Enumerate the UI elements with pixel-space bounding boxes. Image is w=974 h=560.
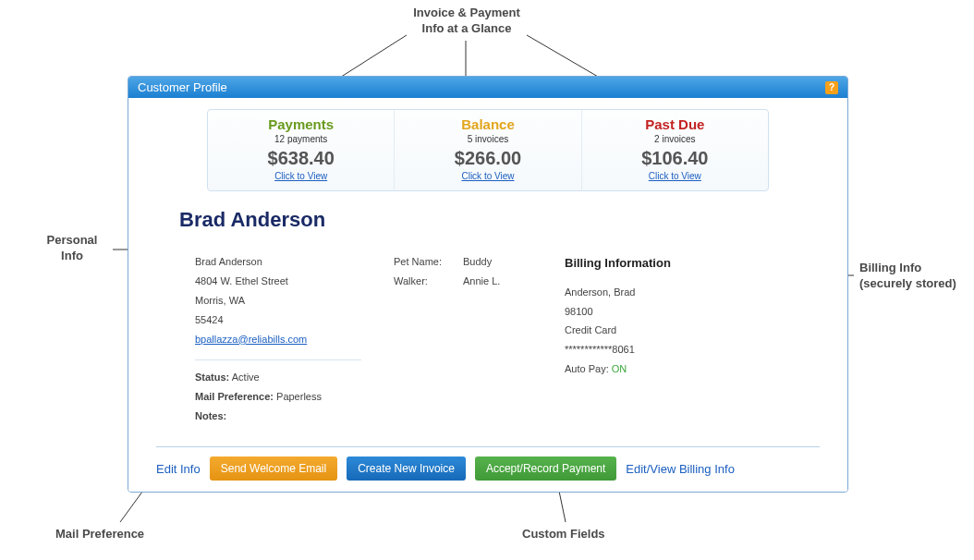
window-titlebar: Customer Profile ? (128, 77, 847, 98)
stat-pastdue: Past Due 2 invoices $106.40 Click to Vie… (582, 110, 768, 190)
annotation-personal-info: Personal Info (35, 233, 109, 264)
billing-heading: Billing Information (565, 252, 801, 275)
status-row: Status: Active (195, 368, 375, 387)
customer-display-name: Brad Anderson (179, 208, 820, 232)
billing-autopay-row: Auto Pay: ON (565, 359, 801, 379)
billing-info-column: Billing Information Anderson, Brad 98100… (565, 252, 820, 426)
stat-pastdue-sub: 2 invoices (591, 134, 759, 144)
billing-method: Credit Card (565, 321, 801, 340)
info-columns: Brad Anderson 4804 W. Ethel Street Morri… (156, 252, 820, 426)
stat-balance-link[interactable]: Click to View (404, 171, 571, 181)
custom-field-walker: Walker:Annie L. (394, 272, 546, 291)
stat-payments-sub: 12 payments (217, 134, 384, 144)
divider (195, 359, 361, 360)
annotation-mail-preference: Mail Preference (55, 527, 185, 542)
stat-balance-sub: 5 invoices (404, 134, 571, 144)
customer-street: 4804 W. Ethel Street (195, 272, 375, 291)
billing-code: 98100 (565, 302, 801, 322)
annotation-invoice-payment: Invoice & Payment Info at a Glance (374, 6, 559, 37)
mail-preference-row: Mail Preference: Paperless (195, 387, 375, 407)
stat-balance: Balance 5 invoices $266.00 Click to View (394, 110, 581, 190)
window-body: Payments 12 payments $638.40 Click to Vi… (128, 98, 847, 492)
stats-panel: Payments 12 payments $638.40 Click to Vi… (207, 109, 769, 191)
custom-fields-column: Pet Name:Buddy Walker:Annie L. (394, 252, 565, 426)
help-icon[interactable]: ? (825, 81, 838, 94)
stat-payments-title: Payments (217, 116, 384, 132)
annotation-billing-info: Billing Info (securely stored) (859, 261, 970, 292)
stat-pastdue-title: Past Due (591, 116, 759, 132)
stat-payments-link[interactable]: Click to View (217, 171, 384, 181)
send-welcome-email-button[interactable]: Send Welcome Email (210, 457, 338, 481)
edit-view-billing-link[interactable]: Edit/View Billing Info (626, 462, 735, 476)
customer-postal: 55424 (195, 310, 375, 330)
stat-balance-amount: $266.00 (404, 148, 571, 169)
footer-actions: Edit Info Send Welcome Email Create New … (156, 446, 820, 481)
billing-name: Anderson, Brad (565, 283, 801, 302)
customer-email-link[interactable]: bpallazza@reliabills.com (195, 334, 307, 345)
accept-record-payment-button[interactable]: Accept/Record Payment (475, 457, 616, 481)
customer-city-state: Morris, WA (195, 291, 375, 310)
stat-payments: Payments 12 payments $638.40 Click to Vi… (208, 110, 394, 190)
window-title: Customer Profile (138, 80, 227, 94)
customer-profile-window: Customer Profile ? Payments 12 payments … (128, 76, 848, 493)
personal-info-column: Brad Anderson 4804 W. Ethel Street Morri… (195, 252, 394, 426)
stat-payments-amount: $638.40 (217, 148, 384, 169)
stat-pastdue-link[interactable]: Click to View (591, 171, 759, 181)
billing-masked-card: ************8061 (565, 340, 801, 359)
notes-row: Notes: (195, 407, 375, 426)
annotation-custom-fields: Custom Fields (522, 527, 651, 542)
create-new-invoice-button[interactable]: Create New Invoice (347, 457, 466, 481)
customer-name: Brad Anderson (195, 252, 375, 272)
stat-pastdue-amount: $106.40 (591, 148, 759, 169)
stat-balance-title: Balance (404, 116, 571, 132)
custom-field-pet: Pet Name:Buddy (394, 252, 546, 272)
edit-info-link[interactable]: Edit Info (156, 462, 201, 476)
